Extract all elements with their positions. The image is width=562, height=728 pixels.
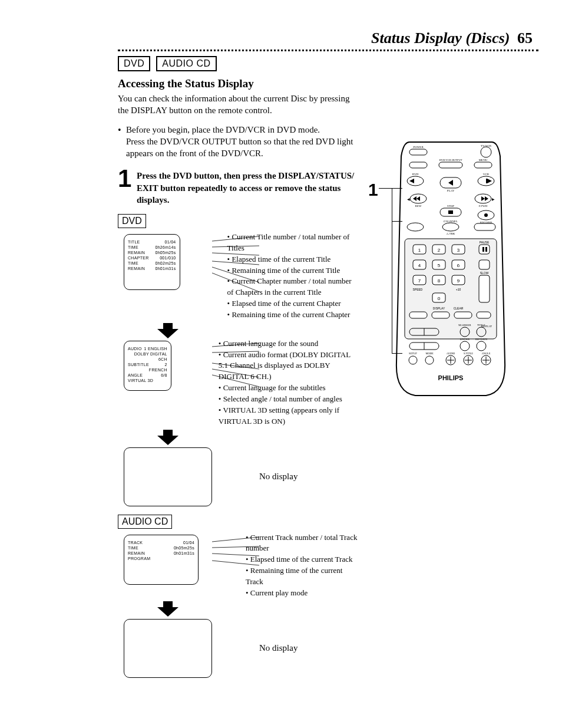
callout: Selected angle / total number of angles (219, 394, 359, 405)
osd-label: REMAIN (128, 266, 145, 271)
no-display-label: No display (259, 472, 297, 482)
svg-text:TITLE: TITLE (477, 324, 485, 327)
step-1: 1 Press the DVD button, then press the D… (118, 170, 359, 206)
svg-text:8: 8 (438, 278, 441, 284)
callout: Current language for the subtitles (219, 383, 359, 394)
osd-value: 0h05m25s (155, 250, 176, 255)
section-title: Accessing the Status Display (118, 77, 359, 90)
right-column: 1 POWER TV/VCR (377, 56, 524, 398)
svg-text:F.FWD: F.FWD (479, 205, 488, 207)
dvd-no-display: No display (124, 447, 359, 506)
dvd-display-box-2: AUDIO1 ENGLISH DOLBY DIGITAL 6CH SUBTITL… (124, 341, 171, 391)
svg-text:PLAY: PLAY (447, 189, 455, 192)
tag-dvd: DVD (118, 56, 150, 71)
dvd-callouts-1: Current Title number / total number of T… (227, 232, 359, 321)
svg-text:SLOW: SLOW (480, 271, 489, 275)
osd-value: DOLBY DIGITAL (134, 351, 167, 357)
svg-text:9: 9 (457, 278, 460, 284)
prep-line1: Before you begin, place the DVD/VCR in D… (126, 125, 320, 134)
intro-text: You can check the information about the … (118, 93, 353, 117)
callout: Remaining time of the current Chapter (227, 309, 359, 321)
svg-text:A.TRK: A.TRK (447, 232, 455, 235)
dotted-rule (118, 50, 538, 51)
dvd-display-box-1: TITLE01/04 TIME0h26m14s REMAIN0h05m25s C… (124, 234, 180, 290)
page: Status Display (Discs) 65 DVD AUDIO CD A… (0, 0, 562, 728)
dvd-callouts-2: Current language for the sound Current a… (219, 338, 359, 427)
osd-label: SUBTITLE (128, 362, 149, 373)
osd-label: TIME (128, 245, 138, 250)
dvd-diagram-2: AUDIO1 ENGLISH DOLBY DIGITAL 6CH SUBTITL… (124, 341, 359, 427)
callout: Current Chapter number / total number of… (227, 276, 359, 298)
osd-label: AUDIO (128, 346, 142, 351)
page-header: Status Display (Discs) 65 (47, 29, 538, 47)
osd-value: 0h05m25s (174, 545, 194, 551)
osd-value: 0h01m31s (174, 551, 194, 556)
svg-text:S.TITLE: S.TITLE (464, 352, 473, 355)
osd-label: VIRTUAL 3D (128, 378, 153, 383)
content-row: DVD AUDIO CD Accessing the Status Displa… (47, 56, 538, 678)
blank-display-box (124, 447, 212, 506)
svg-rect-81 (454, 312, 472, 318)
osd-label: PROGRAM (128, 556, 150, 561)
format-tags: DVD AUDIO CD (118, 56, 359, 71)
osd-value: 001/010 (160, 255, 176, 261)
osd-value: 2 FRENCH (149, 362, 167, 373)
svg-text:◀: ◀ (407, 197, 410, 201)
osd-label: REMAIN (128, 250, 145, 255)
callout: Current audio format (DOLBY DIGITAL 5.1 … (219, 350, 359, 383)
svg-text:MARKER: MARKER (458, 324, 471, 327)
svg-text:5: 5 (438, 263, 441, 268)
osd-value: 6/8 (161, 373, 167, 378)
svg-text:4: 4 (418, 263, 421, 268)
remote-brand: PHILIPS (438, 374, 464, 381)
svg-text:CHANNEL: CHANNEL (444, 220, 458, 223)
page-number: 65 (517, 29, 533, 47)
cd-display-box-1: TRACK01/04 TIME0h05m25s REMAIN0h01m31s P… (124, 535, 199, 585)
callout: Current language for the sound (219, 338, 359, 350)
down-arrow-icon (156, 430, 359, 445)
svg-text:SETUP: SETUP (409, 352, 417, 355)
osd-value: 01/04 (165, 239, 176, 245)
cd-callouts-1: Current Track number / total Track numbe… (246, 532, 359, 599)
prep-line2: Press the DVD/VCR OUTPUT button so that … (126, 137, 353, 158)
blank-display-box (124, 619, 212, 678)
svg-text:ANGLE: ANGLE (481, 352, 490, 355)
osd-value: 6CH (158, 357, 167, 362)
osd-value: 01/04 (183, 540, 194, 545)
callout: Elapsed time of the current Chapter (227, 298, 359, 309)
callout: Current Track number / total Track numbe… (246, 532, 359, 555)
svg-text:+10: +10 (456, 288, 461, 291)
svg-text:7: 7 (418, 278, 421, 284)
remote-illustration: 1 POWER TV/VCR (392, 139, 510, 398)
osd-value: 0h01m31s (155, 266, 176, 271)
svg-text:6: 6 (457, 263, 460, 268)
svg-text:AUDIO: AUDIO (447, 352, 455, 355)
svg-rect-79 (409, 312, 427, 318)
callout: Remaining time of the current Title (227, 265, 359, 276)
svg-text:3: 3 (457, 248, 460, 253)
svg-rect-64 (479, 260, 490, 269)
svg-rect-82 (477, 312, 491, 318)
audio-cd-subtag: AUDIO CD (118, 515, 172, 529)
step-number: 1 (118, 167, 133, 190)
osd-label: REMAIN (128, 551, 145, 556)
remote-svg-icon: POWER TV/VCR DVD/VCR OUTPUT MENU DVD VCR (392, 139, 510, 398)
svg-text:STOP: STOP (447, 205, 454, 207)
osd-label: ANGLE (128, 373, 143, 378)
svg-text:TV/VCR: TV/VCR (481, 144, 492, 147)
svg-point-40 (484, 213, 488, 217)
svg-text:DVD: DVD (412, 173, 419, 176)
osd-label: TIME (128, 545, 138, 551)
cd-no-display: No display (124, 619, 359, 678)
svg-text:PAUSE: PAUSE (480, 241, 490, 244)
callout: VIRTUAL 3D setting (appears only if VIRT… (219, 405, 359, 427)
svg-text:0: 0 (438, 296, 441, 301)
callout: Current play mode (246, 588, 359, 599)
osd-label: TIME (128, 261, 138, 266)
dvd-diagram-1: TITLE01/04 TIME0h26m14s REMAIN0h05m25s C… (124, 234, 359, 321)
cd-diagram-1: TRACK01/04 TIME0h05m25s REMAIN0h01m31s P… (124, 535, 359, 599)
callout: Current Title number / total number of T… (227, 232, 359, 254)
step-text: Press the DVD button, then press the DIS… (137, 170, 359, 206)
osd-value: 1 ENGLISH (144, 346, 167, 351)
svg-text:2: 2 (438, 248, 441, 253)
